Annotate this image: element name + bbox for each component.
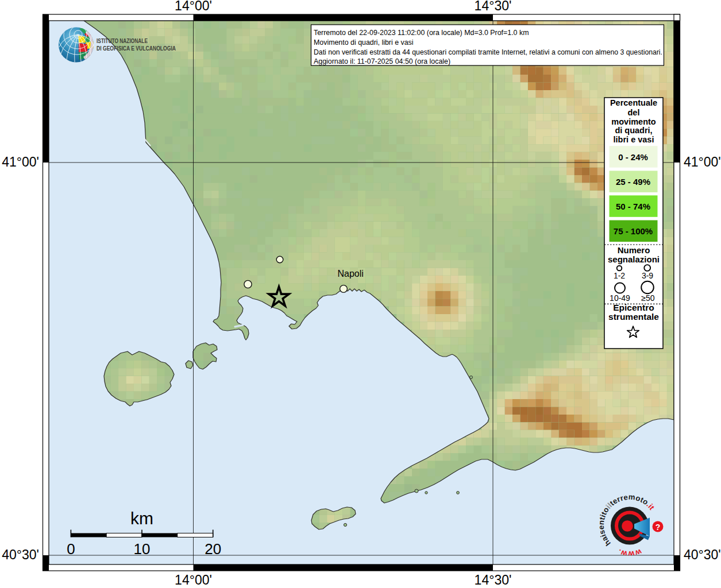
svg-text:0 - 24%: 0 - 24%	[618, 152, 648, 162]
svg-text:movimento: movimento	[611, 117, 656, 126]
svg-text:14°00': 14°00'	[175, 572, 212, 587]
svg-text:strumentale: strumentale	[608, 312, 659, 322]
svg-text:Epicentro: Epicentro	[613, 303, 654, 312]
svg-text:40°30': 40°30'	[684, 547, 721, 562]
svg-text:1-2: 1-2	[614, 271, 625, 280]
svg-text:14°30': 14°30'	[475, 0, 512, 13]
svg-text:Aggiornato il: 11-07-2025 04:5: Aggiornato il: 11-07-2025 04:50 (ora loc…	[314, 57, 450, 65]
svg-text:Terremoto del 22-09-2023 11:02: Terremoto del 22-09-2023 11:02:00 (ora l…	[314, 29, 529, 37]
svg-text:DI GEOFISICA E VULCANOLOGIA: DI GEOFISICA E VULCANOLOGIA	[97, 45, 176, 52]
svg-text:25 - 49%: 25 - 49%	[616, 177, 650, 187]
svg-text:libri e vasi: libri e vasi	[614, 135, 654, 144]
svg-text:50 - 74%: 50 - 74%	[616, 202, 650, 211]
svg-text:Dati non verificati estratti d: Dati non verificati estratti da 44 quest…	[314, 48, 662, 56]
svg-text:≥50: ≥50	[641, 293, 654, 303]
svg-text:10-49: 10-49	[610, 293, 630, 303]
svg-text:14°00': 14°00'	[175, 0, 212, 13]
svg-text:10: 10	[134, 540, 151, 558]
svg-text:20: 20	[205, 540, 221, 558]
svg-text:ISTITUTO NAZIONALE: ISTITUTO NAZIONALE	[97, 37, 148, 44]
svg-text:41°00': 41°00'	[684, 154, 721, 169]
svg-text:Movimento di quadri, libri e v: Movimento di quadri, libri e vasi	[314, 38, 414, 47]
svg-text:Napoli: Napoli	[338, 269, 364, 278]
svg-text:14°30': 14°30'	[475, 572, 512, 587]
svg-text:segnalazioni: segnalazioni	[608, 254, 660, 264]
svg-text:40°30': 40°30'	[2, 547, 39, 562]
svg-text:Percentuale: Percentuale	[610, 98, 657, 107]
svg-text:Numero: Numero	[618, 245, 650, 255]
svg-text:?: ?	[656, 523, 661, 532]
svg-text:km: km	[130, 509, 153, 528]
svg-text:0: 0	[67, 540, 75, 558]
svg-text:3-9: 3-9	[642, 271, 653, 280]
svg-text:41°00': 41°00'	[2, 154, 39, 169]
svg-text:del: del	[628, 108, 640, 117]
svg-text:75 - 100%: 75 - 100%	[614, 226, 653, 236]
svg-text:di quadri,: di quadri,	[615, 126, 652, 135]
